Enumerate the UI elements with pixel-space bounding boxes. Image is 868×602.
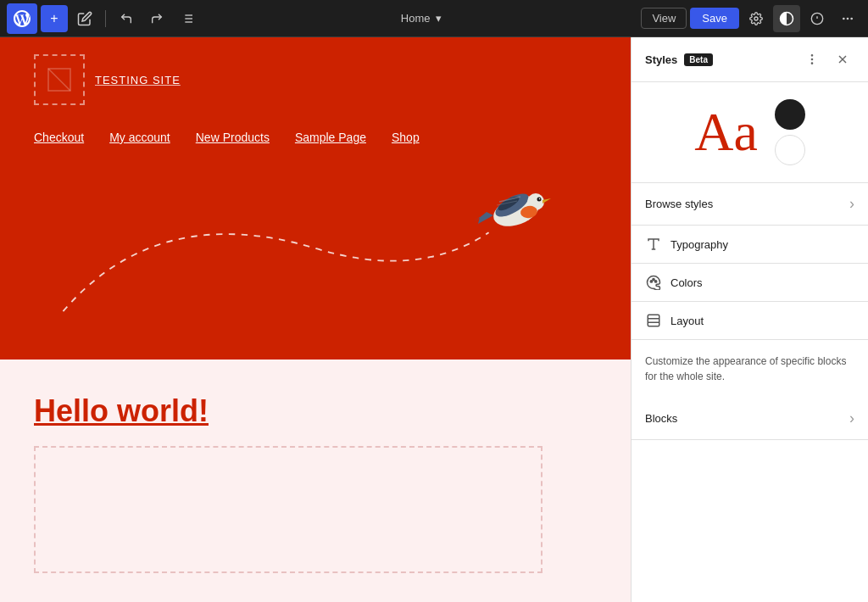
main-area: TESTING SITE Checkout My account New Pro…: [0, 37, 868, 602]
toolbar-center: Home ▾: [204, 8, 637, 28]
browse-styles-section: Browse styles: [632, 183, 868, 226]
canvas[interactable]: TESTING SITE Checkout My account New Pro…: [0, 37, 631, 602]
preview-circles: [775, 99, 805, 165]
logo-placeholder: [34, 54, 85, 105]
site-title: TESTING SITE: [95, 74, 181, 86]
toolbar: +: [0, 0, 868, 37]
beta-badge: Beta: [684, 53, 713, 66]
close-icon: [836, 53, 849, 66]
wordpress-logo[interactable]: [7, 3, 37, 34]
nav-link-shop[interactable]: Shop: [392, 131, 420, 144]
logo-placeholder-icon: [47, 67, 72, 92]
edit-button[interactable]: [71, 5, 98, 32]
svg-line-15: [48, 69, 70, 91]
site-content: Hello world!: [0, 360, 631, 602]
nav-link-my-account[interactable]: My account: [109, 131, 170, 144]
svg-point-33: [653, 279, 654, 281]
undo-button[interactable]: [113, 5, 140, 32]
wp-icon: [14, 10, 31, 27]
customize-text: Customize the appearance of specific blo…: [632, 340, 868, 398]
undo-icon: [120, 12, 133, 25]
divider: [105, 10, 106, 27]
list-view-button[interactable]: [174, 5, 201, 32]
redo-icon: [150, 12, 164, 25]
toolbar-left: +: [7, 3, 201, 34]
colors-svg-icon: [646, 275, 661, 290]
panel-close-button[interactable]: [831, 47, 854, 71]
svg-point-34: [655, 281, 657, 282]
browse-styles-button[interactable]: Browse styles: [632, 183, 868, 225]
nav-link-new-products[interactable]: New Products: [196, 131, 270, 144]
ellipsis-v-icon: [805, 53, 819, 66]
typography-svg-icon: [646, 237, 661, 252]
styles-panel: Styles Beta Aa: [631, 37, 868, 602]
nav-link-checkout[interactable]: Checkout: [34, 131, 84, 144]
chevron-right-icon: [849, 195, 854, 213]
svg-point-12: [847, 18, 848, 19]
list-icon: [181, 12, 194, 25]
redo-button[interactable]: [143, 5, 170, 32]
info-icon: [810, 12, 824, 25]
layout-section: Layout: [632, 302, 868, 340]
panel-options-button[interactable]: [800, 47, 824, 71]
colors-section: Colors: [632, 264, 868, 302]
svg-rect-35: [648, 315, 659, 326]
blocks-chevron-right-icon: [849, 410, 854, 427]
typography-section: Typography: [632, 226, 868, 264]
info-button[interactable]: [804, 5, 831, 32]
layout-svg-icon: [646, 313, 661, 328]
more-options-button[interactable]: [834, 5, 861, 32]
settings-button[interactable]: [743, 5, 770, 32]
styles-button[interactable]: [773, 5, 800, 32]
bird-svg: [470, 173, 563, 241]
svg-point-22: [539, 198, 541, 200]
svg-point-27: [811, 63, 812, 64]
save-button[interactable]: Save: [690, 8, 739, 29]
toolbar-right: View Save: [641, 5, 861, 32]
svg-point-32: [650, 281, 652, 282]
ellipsis-icon: [841, 12, 854, 25]
blocks-section: Blocks: [632, 398, 868, 440]
bird-illustration: [470, 173, 563, 244]
panel-header: Styles Beta: [632, 37, 868, 82]
svg-point-13: [851, 18, 852, 19]
view-button[interactable]: View: [641, 8, 687, 29]
circle-black: [775, 99, 805, 130]
svg-point-25: [811, 55, 812, 56]
image-placeholder[interactable]: [34, 446, 542, 573]
preview-aa: Aa: [694, 101, 758, 164]
typography-button[interactable]: Typography: [632, 226, 868, 263]
styles-icon: [779, 11, 794, 26]
layout-button[interactable]: Layout: [632, 302, 868, 339]
site-header: TESTING SITE Checkout My account New Pro…: [0, 37, 631, 360]
svg-point-6: [754, 17, 758, 20]
svg-point-26: [811, 59, 812, 59]
typography-icon: [645, 236, 662, 253]
pencil-icon: [77, 11, 92, 26]
post-title: Hello world!: [34, 393, 597, 429]
panel-title: Styles: [645, 53, 677, 66]
nav-link-sample-page[interactable]: Sample Page: [295, 131, 366, 144]
site-navigation: Checkout My account New Products Sample …: [34, 131, 597, 144]
colors-button[interactable]: Colors: [632, 264, 868, 301]
home-dropdown-button[interactable]: Home ▾: [394, 8, 448, 28]
style-preview: Aa: [632, 82, 868, 183]
svg-point-11: [843, 18, 844, 19]
gear-icon: [749, 12, 763, 25]
circle-white: [775, 135, 805, 165]
site-logo-area: TESTING SITE: [34, 54, 597, 105]
add-block-button[interactable]: +: [41, 5, 68, 32]
blocks-button[interactable]: Blocks: [632, 398, 868, 439]
colors-icon: [645, 274, 662, 291]
layout-icon: [645, 312, 662, 329]
